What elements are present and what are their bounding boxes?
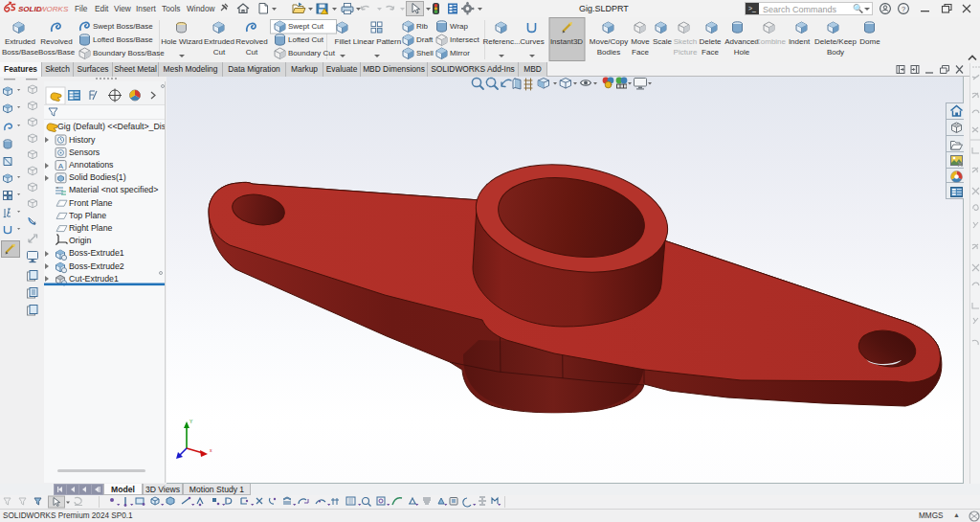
svg-text:A: A bbox=[58, 162, 64, 170]
svg-text:Y: Y bbox=[189, 419, 193, 424]
svg-text:SOLID: SOLID bbox=[18, 5, 42, 13]
svg-text:WORKS: WORKS bbox=[39, 5, 69, 13]
svg-text:x: x bbox=[210, 447, 212, 453]
svg-text:?: ? bbox=[902, 5, 905, 13]
svg-text:!: ! bbox=[325, 9, 326, 14]
